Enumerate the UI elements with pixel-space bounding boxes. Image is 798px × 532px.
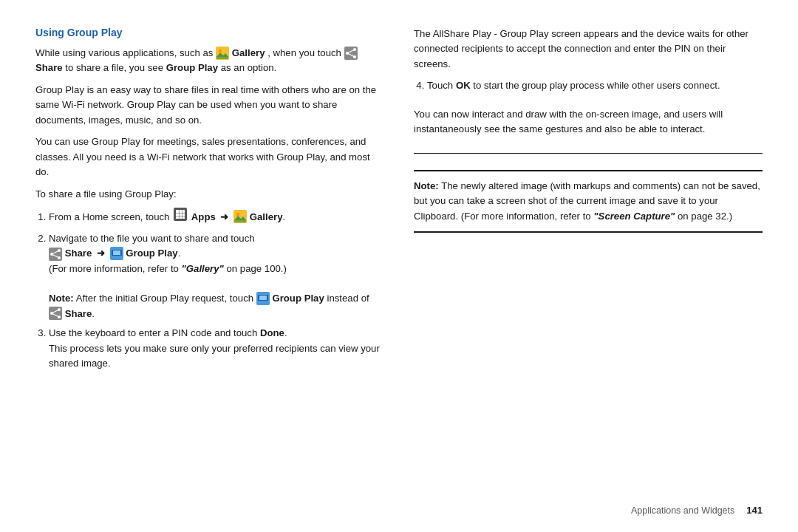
note-label-step2: Note: bbox=[49, 293, 74, 304]
gallery-icon-step1 bbox=[233, 210, 247, 223]
para1: While using various applications, such a… bbox=[35, 46, 384, 76]
svg-point-1 bbox=[219, 50, 222, 52]
step3: Use the keyboard to enter a PIN code and… bbox=[49, 326, 384, 371]
right-note-label: Note: bbox=[414, 180, 439, 191]
gallery-icon bbox=[216, 47, 229, 60]
svg-rect-15 bbox=[180, 214, 183, 216]
right-steps: Touch OK to start the group play process… bbox=[427, 78, 763, 93]
step2: Navigate to the file you want to share a… bbox=[49, 231, 384, 322]
page-container: Using Group Play While using various app… bbox=[0, 0, 798, 532]
share-icon-note bbox=[49, 307, 62, 320]
step1: From a Home screen, touch bbox=[49, 208, 384, 226]
right-para1: The AllShare Play - Group Play screen ap… bbox=[414, 27, 763, 72]
svg-rect-11 bbox=[176, 210, 179, 213]
share-icon-step2 bbox=[49, 248, 62, 261]
left-column: Using Group Play While using various app… bbox=[35, 27, 384, 505]
svg-rect-13 bbox=[183, 210, 185, 213]
right-column: The AllShare Play - Group Play screen ap… bbox=[414, 27, 763, 505]
steps-list: From a Home screen, touch bbox=[49, 208, 384, 376]
footer-text: Applications and Widgets bbox=[631, 505, 734, 516]
share-icon bbox=[344, 47, 358, 60]
svg-rect-36 bbox=[259, 296, 267, 300]
step4: Touch OK to start the group play process… bbox=[427, 78, 763, 93]
right-item4: Touch OK to start the group play process… bbox=[414, 78, 763, 100]
right-para3: You can now interact and draw with the o… bbox=[414, 107, 763, 137]
svg-rect-14 bbox=[176, 214, 179, 216]
para4-label: To share a file using Group Play: bbox=[35, 187, 384, 202]
right-note-italic: "Screen Capture" bbox=[593, 211, 675, 222]
svg-rect-3 bbox=[216, 56, 228, 59]
svg-rect-18 bbox=[180, 216, 183, 219]
svg-point-21 bbox=[236, 213, 239, 216]
footer: Applications and Widgets 141 bbox=[631, 505, 763, 516]
groupplay-icon-note bbox=[256, 292, 270, 305]
groupplay-icon-step2 bbox=[110, 247, 123, 260]
page-number: 141 bbox=[746, 505, 763, 516]
svg-rect-16 bbox=[183, 214, 185, 216]
svg-rect-37 bbox=[261, 301, 265, 303]
svg-rect-12 bbox=[180, 210, 183, 213]
right-note-cont: on page 32.) bbox=[678, 211, 732, 222]
apps-grid-icon bbox=[174, 208, 187, 225]
para2: Group Play is an easy way to share files… bbox=[35, 83, 384, 128]
divider bbox=[414, 153, 763, 154]
svg-rect-33 bbox=[115, 256, 119, 258]
para3: You can use Group Play for meetings, sal… bbox=[35, 134, 384, 180]
section-title: Using Group Play bbox=[35, 27, 384, 38]
svg-rect-23 bbox=[234, 219, 246, 222]
svg-rect-32 bbox=[113, 250, 120, 255]
svg-rect-17 bbox=[176, 216, 179, 219]
svg-rect-19 bbox=[183, 216, 185, 219]
note-section: Note: The newly altered image (with mark… bbox=[414, 170, 763, 233]
